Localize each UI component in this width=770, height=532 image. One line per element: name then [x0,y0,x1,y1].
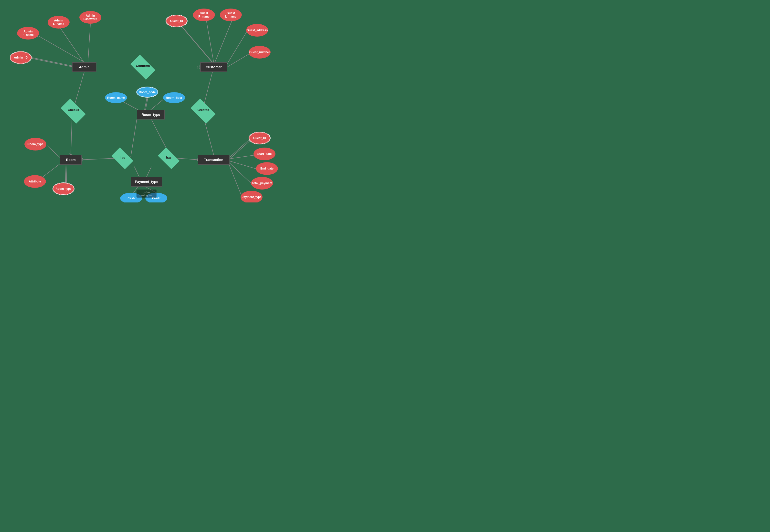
entity-customer: Customer [200,62,227,72]
svg-line-41 [66,165,67,183]
attr-trans-end-date: End_date [256,162,278,175]
svg-line-16 [176,158,198,160]
attr-admin-id: Admin_ID [10,51,32,64]
attr-room-floor: Room_floor [163,92,185,103]
attr-trans-payment-type: Payment_type [241,191,263,202]
svg-line-14 [82,158,82,160]
relationship-checks [61,99,86,124]
svg-line-24 [60,27,84,63]
attr-guest-number: Guest_number [249,46,271,59]
svg-line-29 [179,23,213,63]
attr-guest-lname: GuestL_name [220,9,242,21]
attr-admin-lname: AdminL_name [48,16,70,29]
attr-admin-fname: AdminF_name [17,27,39,40]
entity-transaction: Transaction [198,155,230,165]
entity-room-type: Room_type [137,110,165,120]
svg-line-32 [227,32,247,64]
relationship-has-transaction [158,147,179,169]
attr-room-attribute: Attribute [24,175,46,188]
attr-room-type-2: Room_type [52,182,74,195]
svg-line-47 [229,163,242,198]
svg-line-44 [230,155,255,159]
attr-guest-fname: GuestF_name [193,9,215,21]
attr-room-code: Room_code [136,87,158,98]
attr-trans-start-date: Start_date [254,148,276,160]
svg-line-43 [231,140,251,158]
svg-line-7 [71,118,72,155]
entity-admin: Admin [72,62,96,72]
watermark: مستقل mostaql.com [136,190,156,198]
svg-line-33 [227,54,249,67]
svg-line-11 [204,118,214,155]
svg-line-37 [150,100,163,110]
svg-line-25 [88,24,90,62]
attr-guest-address: Guest_address [246,24,268,37]
svg-line-27 [32,59,72,67]
svg-line-4 [197,66,198,67]
attr-trans-guest-id: Guest_ID [249,132,271,144]
svg-line-12 [131,120,137,157]
svg-line-38 [47,145,61,159]
attr-admin-password: AdminPassword [79,11,101,24]
svg-line-22 [38,36,84,62]
svg-line-45 [230,161,257,169]
erd-diagram: Admin Customer Room_type Room Transactio… [0,0,293,202]
svg-line-5 [197,67,198,68]
svg-line-42 [230,139,250,157]
attr-trans-total-payment: Total_payment [251,177,273,190]
entity-room: Room [60,155,82,165]
relationship-creates [191,99,216,124]
svg-line-46 [230,163,252,184]
relationship-confirms [130,55,155,80]
attr-room-name: Room_name [105,92,127,103]
attr-room-type-1: Room_type [24,138,46,151]
svg-line-21 [134,167,139,177]
svg-line-28 [178,22,213,62]
svg-line-20 [146,167,151,177]
svg-line-15 [82,160,82,161]
svg-line-31 [215,20,232,62]
svg-line-40 [65,165,66,183]
relationship-has-room [111,147,133,169]
svg-line-30 [207,20,214,62]
svg-line-26 [32,58,72,66]
attr-guest-id: Guest_ID [165,15,187,27]
entity-payment-type: Payment_type [131,177,162,187]
